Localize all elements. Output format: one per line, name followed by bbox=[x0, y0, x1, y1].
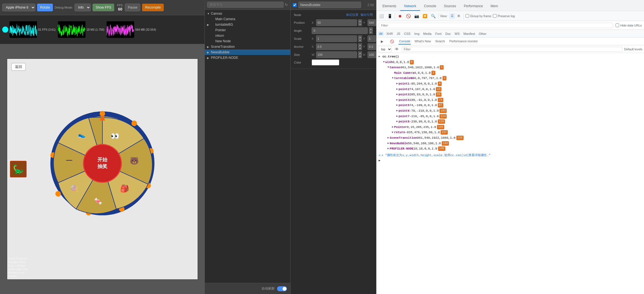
footer-expand[interactable]: ▶ bbox=[379, 158, 381, 163]
point3-expand[interactable]: ▶ bbox=[396, 92, 398, 97]
newsbubble-expand[interactable]: ▶ bbox=[387, 141, 389, 146]
anchor-x-down[interactable]: ▼ bbox=[358, 47, 362, 50]
context-selector[interactable]: top bbox=[378, 46, 392, 52]
canvas-expand[interactable]: ▼ bbox=[387, 65, 389, 70]
size-h-input[interactable] bbox=[368, 51, 376, 58]
cctree-arrow[interactable]: ▶ bbox=[379, 54, 382, 59]
pointer-expand[interactable]: ▶ bbox=[392, 125, 394, 129]
node-name-input[interactable] bbox=[298, 2, 361, 8]
hide-data-urls-checkbox[interactable] bbox=[615, 23, 619, 27]
filter-font[interactable]: Font bbox=[434, 32, 443, 36]
console-filter-input[interactable] bbox=[402, 47, 622, 52]
filter-img[interactable]: Img bbox=[413, 32, 421, 36]
filter-icon[interactable]: 🔽 bbox=[421, 13, 428, 19]
tree-item-main-camera[interactable]: Main Camera bbox=[205, 16, 290, 22]
show-fps-button[interactable]: Show FPS bbox=[92, 4, 114, 11]
console-run-icon[interactable]: ▶ bbox=[379, 38, 385, 45]
tab-elements[interactable]: Elements bbox=[379, 2, 400, 11]
tree-item-return[interactable]: return bbox=[205, 33, 290, 38]
record-button[interactable]: ⏺ bbox=[397, 13, 403, 19]
scale-x-down[interactable]: ▼ bbox=[358, 39, 362, 42]
output-ref-button[interactable]: 输出引用 bbox=[361, 13, 373, 17]
filter-doc[interactable]: Doc bbox=[444, 32, 452, 36]
tree-item-canvas[interactable]: ▼ Canvas bbox=[205, 11, 290, 16]
wish-expand[interactable]: ▼ bbox=[383, 60, 385, 64]
position-y-input[interactable] bbox=[368, 19, 376, 26]
point2-expand[interactable]: ▶ bbox=[396, 87, 398, 91]
pos-x-up[interactable]: ▲ bbox=[358, 19, 362, 23]
point5-expand[interactable]: ▶ bbox=[396, 103, 398, 107]
device-selector[interactable]: Apple iPhone 6 bbox=[2, 4, 35, 11]
tree-item-pointer[interactable]: Pointer bbox=[205, 27, 290, 33]
point6-expand[interactable]: ▶ bbox=[396, 109, 398, 113]
tab-performance-monitor[interactable]: Performance monitor bbox=[449, 38, 479, 44]
profiler-expand[interactable]: ▶ bbox=[387, 146, 389, 151]
tab-console[interactable]: Console bbox=[420, 2, 440, 11]
list-view-button[interactable]: ☰ bbox=[449, 13, 455, 19]
tab-whats-new[interactable]: What's New bbox=[414, 38, 431, 44]
tab-sources[interactable]: Sources bbox=[440, 2, 460, 11]
tab-memory[interactable]: Mem bbox=[487, 2, 502, 11]
group-by-frame-checkbox[interactable] bbox=[465, 14, 469, 18]
pos-x-down[interactable]: ▼ bbox=[358, 23, 362, 26]
refresh-icon[interactable]: ↻ bbox=[285, 2, 288, 7]
color-preview[interactable] bbox=[312, 59, 339, 65]
filter-other[interactable]: Other bbox=[477, 32, 488, 36]
mark-position-button[interactable]: 标记位置 bbox=[346, 13, 358, 17]
tree-item-turntablebg[interactable]: ▶ turntableBG bbox=[205, 22, 290, 27]
filter-js[interactable]: JS bbox=[395, 32, 402, 36]
dock-icon[interactable]: ⬜ bbox=[378, 13, 385, 19]
tab-console-main[interactable]: Console bbox=[399, 38, 411, 44]
point1-expand[interactable]: ▶ bbox=[396, 82, 398, 86]
back-button[interactable]: 返回 bbox=[11, 63, 26, 71]
filter-css[interactable]: CSS bbox=[402, 32, 412, 36]
node-enabled-checkbox[interactable] bbox=[293, 3, 297, 7]
tree-item-newsbubble[interactable]: ▶ NewsBubble bbox=[205, 49, 290, 55]
filter-xhr[interactable]: XHR bbox=[385, 32, 394, 36]
camera-icon[interactable]: 📷 bbox=[413, 13, 420, 19]
point7-expand[interactable]: ▶ bbox=[396, 114, 398, 119]
auto-refresh-toggle[interactable] bbox=[277, 286, 287, 291]
filter-input[interactable] bbox=[379, 23, 613, 28]
device-icon[interactable]: 📱 bbox=[386, 13, 393, 19]
clear-button[interactable]: 🚫 bbox=[405, 13, 412, 19]
point8-expand[interactable]: ▶ bbox=[396, 119, 398, 124]
rotate-button[interactable]: Rotate bbox=[37, 4, 53, 11]
scale-y-input[interactable] bbox=[368, 35, 376, 42]
size-w-input[interactable] bbox=[316, 51, 357, 58]
eye-icon[interactable]: 👁 bbox=[394, 46, 400, 53]
point4-expand[interactable]: ▶ bbox=[396, 98, 398, 102]
tab-search[interactable]: Search bbox=[435, 38, 446, 44]
tree-view-button[interactable]: ⊞ bbox=[456, 13, 462, 19]
anchor-y-input[interactable] bbox=[368, 43, 376, 50]
pause-button[interactable]: Pause bbox=[125, 4, 140, 11]
tree-item-new-node[interactable]: New Node bbox=[205, 38, 290, 44]
console-clear-icon[interactable]: 🚫 bbox=[389, 38, 395, 45]
scale-x-up[interactable]: ▲ bbox=[358, 35, 362, 39]
turntablebg-expand[interactable]: ▼ bbox=[392, 76, 394, 80]
angle-up[interactable]: ▲ bbox=[369, 27, 373, 31]
size-w-down[interactable]: ▼ bbox=[358, 55, 362, 58]
anchor-x-up[interactable]: ▲ bbox=[358, 43, 362, 47]
search-icon[interactable]: 🔍 bbox=[430, 13, 436, 19]
tree-item-profiler-node[interactable]: ▶ PROFILER-NODE bbox=[205, 55, 290, 61]
size-w-up[interactable]: ▲ bbox=[358, 51, 362, 55]
return-expand[interactable]: ▶ bbox=[392, 130, 394, 135]
angle-input[interactable] bbox=[312, 27, 368, 34]
position-x-input[interactable] bbox=[316, 19, 357, 26]
angle-down[interactable]: ▼ bbox=[369, 31, 373, 34]
anchor-x-input[interactable] bbox=[316, 43, 357, 50]
filter-all[interactable]: All bbox=[377, 32, 384, 36]
preserve-log-checkbox[interactable] bbox=[493, 14, 496, 18]
tab-network[interactable]: Network bbox=[400, 2, 420, 11]
filter-ws[interactable]: WS bbox=[453, 32, 461, 36]
scale-x-input[interactable] bbox=[316, 35, 357, 42]
recompile-button[interactable]: Recompile bbox=[142, 4, 164, 11]
debug-mode-selector[interactable]: Info bbox=[74, 4, 91, 11]
scenetransition-expand[interactable]: ▶ bbox=[387, 136, 389, 140]
search-input[interactable] bbox=[207, 2, 284, 8]
tree-item-scene-transition[interactable]: ▶ SceneTransition bbox=[205, 44, 290, 49]
tab-performance[interactable]: Performance bbox=[460, 2, 487, 11]
filter-manifest[interactable]: Manifest bbox=[462, 32, 477, 36]
filter-media[interactable]: Media bbox=[421, 32, 433, 36]
